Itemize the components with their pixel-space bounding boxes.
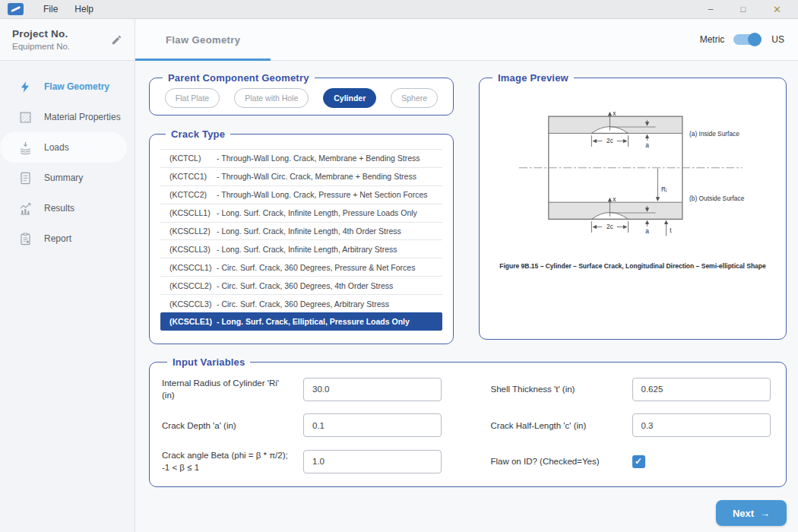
- menu-help[interactable]: Help: [68, 2, 100, 16]
- crack-code: (KCSCLE1): [169, 317, 217, 326]
- crack-type-row-kcsccl1[interactable]: (KCSCCL1)- Circ. Surf. Crack, 360 Degree…: [160, 258, 442, 276]
- sidebar-item-flaw-geometry[interactable]: Flaw Geometry: [0, 71, 135, 102]
- crack-code: (KCSCLL2): [169, 226, 217, 236]
- input-grid: Internal Radius of Cylinder 'Ri' (in)She…: [162, 372, 774, 473]
- crack-code: (KCSCLL3): [169, 245, 217, 254]
- loads-icon: [17, 141, 33, 155]
- crack-code: (KCSCCL1): [169, 263, 217, 272]
- project-header: Project No. Equipment No.: [0, 19, 135, 61]
- sidebar-item-report[interactable]: Report: [0, 223, 135, 254]
- crack-code: (KCTCL): [169, 154, 217, 163]
- tab-label: Flaw Geometry: [166, 34, 240, 46]
- input-variables-legend: Input Variables: [167, 356, 250, 368]
- diagram-label-2c-top: 2c: [606, 137, 613, 144]
- summary-icon: [17, 171, 33, 185]
- field-label-crack-angle-beta: Crack angle Beta (phi = β * π/2); -1 < β…: [162, 449, 293, 473]
- field-label-shell-thickness: Shell Thickness 't' (in): [491, 383, 622, 395]
- figure-caption: Figure 9B.15 – Cylinder – Surface Crack,…: [499, 262, 766, 270]
- flaw-diagram: x 2c a (a) Inside Surface Rᵢ (b) Outside…: [499, 106, 767, 247]
- sidebar-item-label: Results: [44, 203, 74, 214]
- diagram-label-t: t: [670, 226, 672, 234]
- crack-type-row-kctcc2[interactable]: (KCTCC2)- Through-Wall Long. Crack, Pres…: [160, 185, 442, 204]
- parent-geometry-legend: Parent Component Geometry: [163, 72, 315, 84]
- crack-code: (KCSCCL2): [169, 281, 217, 290]
- diagram-label-a-bottom: a: [645, 227, 649, 235]
- next-button[interactable]: Next →: [716, 500, 787, 526]
- crack-angle-beta-input[interactable]: [303, 450, 442, 473]
- input-variables-panel: Input Variables Internal Radius of Cylin…: [149, 356, 787, 487]
- us-label: US: [771, 34, 784, 45]
- shell-thickness-input[interactable]: [632, 378, 771, 401]
- crack-description: - Through-Wall Circ. Crack, Membrane + B…: [217, 172, 438, 181]
- sidebar-item-material-properties[interactable]: Material Properties: [0, 102, 135, 132]
- lightning-icon: [17, 80, 33, 94]
- unit-toggle-group: Metric US: [700, 19, 798, 60]
- diagram-label-2c-bottom: 2c: [606, 223, 613, 230]
- crack-description: - Circ. Surf. Crack, 360 Degrees, 4th Or…: [217, 281, 438, 290]
- crack-type-row-kcscll3[interactable]: (KCSCLL3)- Long. Surf. Crack, Infinite L…: [160, 239, 442, 258]
- tab-flaw-geometry[interactable]: Flaw Geometry: [135, 19, 271, 60]
- field-shell-thickness: Shell Thickness 't' (in): [491, 377, 774, 401]
- content: Parent Component Geometry Flat PlatePlat…: [135, 61, 798, 532]
- diagram-label-inside-surface: (a) Inside Surface: [689, 130, 739, 138]
- material-icon: [17, 110, 33, 125]
- crack-type-row-kcscll2[interactable]: (KCSCLL2)- Long. Surf. Crack, Infinite L…: [160, 222, 442, 240]
- main-header: Flaw Geometry Metric US: [135, 19, 798, 61]
- crack-code: (KCSCCL3): [169, 299, 217, 309]
- sidebar-item-summary[interactable]: Summary: [0, 163, 135, 193]
- sidebar-item-results[interactable]: Results: [0, 193, 135, 223]
- image-preview-legend: Image Preview: [492, 72, 574, 84]
- sidebar-item-label: Report: [44, 233, 71, 244]
- sidebar-item-label: Flaw Geometry: [44, 81, 109, 92]
- next-button-label: Next: [733, 508, 754, 519]
- crack-type-row-kcsccl2[interactable]: (KCSCCL2)- Circ. Surf. Crack, 360 Degree…: [160, 276, 442, 294]
- field-internal-radius: Internal Radius of Cylinder 'Ri' (in): [162, 377, 445, 401]
- crack-type-row-kctcc1[interactable]: (KCTCC1)- Through-Wall Circ. Crack, Memb…: [160, 167, 442, 185]
- crack-description: - Through-Wall Long. Crack, Membrane + B…: [217, 154, 438, 163]
- minimize-button[interactable]: –: [708, 5, 714, 14]
- geometry-option-sphere[interactable]: Sphere: [391, 88, 438, 108]
- sidebar-nav: Flaw GeometryMaterial PropertiesLoadsSum…: [0, 61, 135, 254]
- diagram-label-ri: Rᵢ: [661, 185, 667, 193]
- main-area: Flaw Geometry Metric US Parent Component…: [135, 19, 798, 532]
- app-window: File Help – □ ✕ Project No. Equipment No…: [0, 0, 798, 532]
- crack-type-row-kctcl[interactable]: (KCTCL)- Through-Wall Long. Crack, Membr…: [160, 149, 442, 167]
- toggle-knob: [748, 33, 762, 46]
- geometry-options: Flat PlatePlate with HoleCylinderSphere: [157, 85, 445, 108]
- pencil-icon: [111, 34, 122, 46]
- titlebar: File Help – □ ✕: [0, 0, 798, 19]
- close-button[interactable]: ✕: [773, 5, 781, 14]
- internal-radius-input[interactable]: [303, 378, 442, 401]
- menu-file[interactable]: File: [37, 2, 64, 16]
- crack-type-row-kcsccl3[interactable]: (KCSCCL3)- Circ. Surf. Crack, 360 Degree…: [160, 294, 442, 312]
- edit-project-button[interactable]: [111, 34, 122, 46]
- geometry-option-flat-plate[interactable]: Flat Plate: [165, 88, 220, 108]
- crack-type-row-kcscle1[interactable]: (KCSCLE1)- Long. Surf. Crack, Elliptical…: [160, 312, 442, 331]
- crack-description: - Through-Wall Long. Crack, Pressure + N…: [217, 190, 438, 199]
- results-icon: [17, 201, 33, 216]
- project-number-label: Project No.: [12, 28, 70, 40]
- unit-toggle[interactable]: [733, 34, 759, 45]
- field-label-crack-half-length: Crack Half-Length 'c' (in): [491, 420, 622, 432]
- crack-description: - Long. Surf. Crack, Infinite Length, 4t…: [217, 226, 438, 236]
- crack-description: - Long. Surf. Crack, Infinite Length, Pr…: [217, 208, 438, 217]
- crack-code: (KCTCC1): [169, 172, 217, 181]
- crack-half-length-input[interactable]: [632, 413, 771, 437]
- arrow-right-icon: →: [760, 508, 770, 519]
- field-crack-angle-beta: Crack angle Beta (phi = β * π/2); -1 < β…: [162, 449, 445, 473]
- crack-type-list: (KCTCL)- Through-Wall Long. Crack, Membr…: [160, 149, 442, 331]
- crack-depth-input[interactable]: [303, 413, 442, 437]
- flaw-on-id-checkbox[interactable]: ✓: [632, 455, 645, 468]
- crack-code: (KCTCC2): [169, 190, 217, 199]
- maximize-button[interactable]: □: [740, 5, 746, 14]
- sidebar-item-loads[interactable]: Loads: [0, 132, 127, 163]
- crack-type-legend: Crack Type: [166, 128, 230, 140]
- geometry-option-plate-with-hole[interactable]: Plate with Hole: [234, 88, 309, 108]
- crack-description: - Circ. Surf. Crack, 360 Degrees, Pressu…: [217, 263, 438, 272]
- image-preview-panel: Image Preview: [479, 72, 787, 340]
- crack-type-row-kcscll1[interactable]: (KCSCLL1)- Long. Surf. Crack, Infinite L…: [160, 204, 442, 222]
- parent-geometry-panel: Parent Component Geometry Flat PlatePlat…: [149, 72, 454, 116]
- geometry-option-cylinder[interactable]: Cylinder: [323, 88, 376, 108]
- crack-description: - Long. Surf. Crack, Elliptical, Pressur…: [217, 317, 438, 326]
- sidebar: Project No. Equipment No. Flaw GeometryM…: [0, 19, 135, 532]
